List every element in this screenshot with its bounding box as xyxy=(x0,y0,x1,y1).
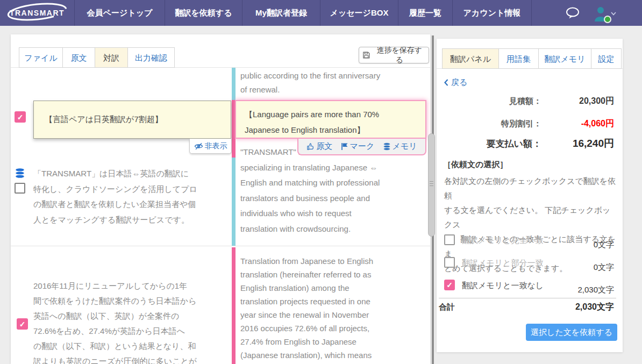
match-char-count: 0文字 xyxy=(594,240,614,250)
save-progress-button[interactable]: 進捗を保存する xyxy=(359,47,429,63)
tab-glossary[interactable]: 用語集 xyxy=(498,48,539,69)
source-segment-text[interactable]: 2016年11月にリニューアルしてからの1年 間で依頼をうけた翻訳案件のうち日本… xyxy=(33,279,231,364)
selection-section-title: ［依頼文の選択］ xyxy=(443,160,508,170)
match-char-count: 0文字 xyxy=(594,262,614,273)
eye-slash-icon xyxy=(194,142,203,150)
online-status-dot xyxy=(604,16,611,23)
chevron-left-icon xyxy=(444,79,448,86)
logo-text: TRANSMART xyxy=(10,9,65,17)
database-icon xyxy=(383,142,391,151)
ellipse-swoosh-icon: TRANSMART xyxy=(4,1,70,25)
match-row-none[interactable]: ✓ 翻訳メモリと一致なし 2,030文字 xyxy=(444,280,614,295)
tab-translation-panel-active[interactable]: 翻訳パネル xyxy=(442,48,499,69)
source-tool-button[interactable]: 原文 xyxy=(306,141,332,152)
nav-my-translator[interactable]: My翻訳者登録 xyxy=(242,0,320,26)
segment-toolbar: 原文 マーク メモリ xyxy=(297,139,426,155)
speech-bubble-icon xyxy=(566,7,580,19)
source-segment-text[interactable]: 「TRANSMART」は日本語⇔英語の翻訳に 特化し、クラウドソーシングを活用し… xyxy=(33,166,231,227)
target-segment-text[interactable]: "TRANSMART" is a translation service spe… xyxy=(240,145,423,237)
nav-member-page-top[interactable]: 会員ページトップ xyxy=(74,0,165,26)
mark-tool-label: マーク xyxy=(350,141,375,152)
tab-settings[interactable]: 設定 xyxy=(591,48,622,69)
estimate-label: 見積額： xyxy=(444,96,541,106)
nav-message-box[interactable]: メッセージBOX xyxy=(320,0,398,26)
translation-memory-icon xyxy=(15,168,25,179)
hide-button-label: 非表示 xyxy=(205,141,227,151)
match-char-count: 2,030文字 xyxy=(577,285,614,295)
match-checkbox-unchecked[interactable] xyxy=(444,234,455,245)
thumb-up-icon xyxy=(306,142,315,151)
nav-request-translation[interactable]: 翻訳を依頼する xyxy=(165,0,242,26)
chevron-down-icon xyxy=(611,12,616,16)
estimate-value: 20,300円 xyxy=(541,96,614,107)
tab-file[interactable]: ファイル xyxy=(19,47,63,68)
transmart-logo[interactable]: TRANSMART xyxy=(0,0,74,26)
nav-history[interactable]: 履歴一覧 xyxy=(398,0,452,26)
discount-row: 特別割引： -4,060円 xyxy=(444,118,614,130)
memory-tool-label: メモリ xyxy=(393,141,417,152)
tab-parallel-active[interactable]: 対訳 xyxy=(95,47,128,68)
chat-button[interactable] xyxy=(566,7,580,19)
tab-translation-memory[interactable]: 翻訳メモリ xyxy=(538,48,591,69)
hide-button[interactable]: 非表示 xyxy=(189,139,232,154)
segment-status-bar xyxy=(232,68,236,100)
floppy-disk-icon xyxy=(362,51,370,59)
segment-checkbox-checked[interactable]: ✓ xyxy=(15,111,26,123)
source-tool-label: 原文 xyxy=(316,141,332,152)
request-selected-button[interactable]: 選択した文を依頼する xyxy=(526,324,617,341)
flag-icon xyxy=(341,142,348,151)
total-row: 合計 2,030文字 xyxy=(439,302,614,313)
match-row-partial[interactable]: 翻訳メモリと部分一致 0文字 xyxy=(444,257,614,273)
target-segment-text[interactable]: public according to the first anniversar… xyxy=(240,69,423,97)
segment-status-bar xyxy=(232,247,236,364)
source-segment-text: 【言語ペアは日英翻訳が7割超】 xyxy=(45,115,163,125)
target-segment-text[interactable]: Translation from Japanese to English tra… xyxy=(240,254,423,362)
total-label: 合計 xyxy=(439,302,455,312)
payment-value: 16,240円 xyxy=(541,137,614,151)
row-separator xyxy=(11,246,430,246)
memory-tool-button[interactable]: メモリ xyxy=(383,141,417,152)
scrollbar-grip xyxy=(430,181,433,182)
highlighted-source-segment[interactable]: 【言語ペアは日英翻訳が7割超】 xyxy=(33,101,231,139)
segment-status-bar xyxy=(232,158,236,246)
estimate-row: 見積額： 20,300円 xyxy=(444,96,614,107)
top-navbar: TRANSMART 会員ページトップ 翻訳を依頼する My翻訳者登録 メッセージ… xyxy=(0,0,642,26)
discount-label: 特別割引： xyxy=(444,119,541,129)
match-row-exact[interactable]: 翻訳メモリと完全一致 0文字 xyxy=(444,234,614,250)
back-link[interactable]: 戻る xyxy=(444,77,467,88)
save-progress-label: 進捗を保存する xyxy=(374,46,425,65)
mark-tool-button[interactable]: マーク xyxy=(341,141,375,152)
nav-account-info[interactable]: アカウント情報 xyxy=(452,0,532,26)
total-divider xyxy=(439,298,616,298)
tab-output-check[interactable]: 出力確認 xyxy=(127,47,175,68)
nav-menu: 会員ページトップ 翻訳を依頼する My翻訳者登録 メッセージBOX 履歴一覧 ア… xyxy=(74,0,532,26)
main-scrollbar-thumb[interactable] xyxy=(428,133,435,237)
discount-value: -4,060円 xyxy=(541,118,614,130)
tab-source[interactable]: 原文 xyxy=(62,47,95,68)
match-checkbox-checked[interactable]: ✓ xyxy=(444,280,455,290)
highlighted-target-segment[interactable]: 【Language pairs are more than 70% Japane… xyxy=(235,100,426,139)
match-label: 翻訳メモリと部分一致 xyxy=(462,257,543,268)
total-value: 2,030文字 xyxy=(575,302,614,313)
segment-checkbox-unchecked[interactable] xyxy=(15,183,25,194)
match-label: 翻訳メモリと完全一致 xyxy=(462,234,543,246)
payment-row: 要支払い額： 16,240円 xyxy=(444,137,614,151)
match-label: 翻訳メモリと一致なし xyxy=(462,280,544,291)
account-menu-button[interactable] xyxy=(593,4,616,23)
payment-label: 要支払い額： xyxy=(444,138,541,150)
segment-checkbox-checked[interactable]: ✓ xyxy=(17,318,28,330)
back-link-label: 戻る xyxy=(451,77,467,88)
match-checkbox-unchecked[interactable] xyxy=(444,257,455,268)
